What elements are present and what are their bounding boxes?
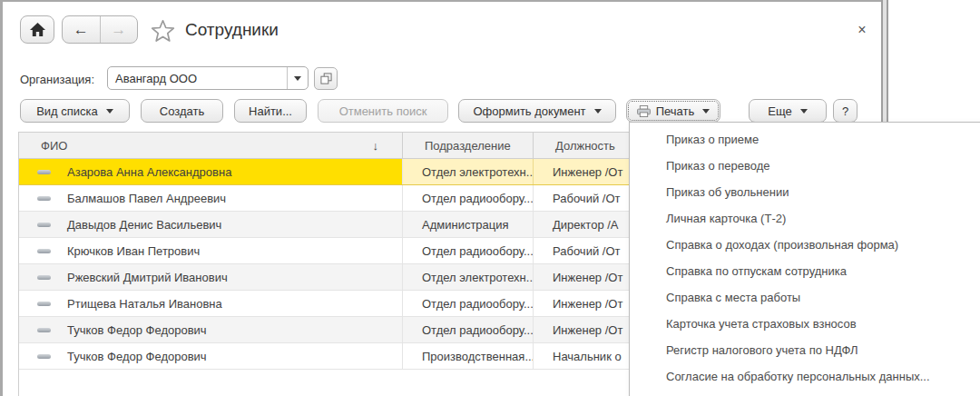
- print-menu-item[interactable]: Справка по отпускам сотрудника: [630, 258, 980, 284]
- fio-text: Тучков Федор Федорович: [67, 323, 207, 337]
- close-button[interactable]: ×: [852, 20, 872, 40]
- combo-dropdown-button[interactable]: [287, 67, 308, 89]
- list-item-marker-icon: [37, 328, 51, 332]
- back-button[interactable]: ←: [63, 16, 101, 43]
- list-item-marker-icon: [37, 196, 51, 201]
- fio-text: Ртищева Наталья Ивановна: [67, 297, 222, 311]
- fio-text: Давыдов Денис Васильевич: [67, 218, 221, 232]
- open-window-icon: [320, 73, 332, 84]
- navigation-group: ← →: [62, 15, 138, 44]
- print-menu-item[interactable]: Личная карточка (Т-2): [630, 205, 980, 232]
- fio-text: Балмашов Павел Андреевич: [67, 192, 226, 205]
- chevron-down-icon: [702, 109, 710, 114]
- fio-cell[interactable]: Тучков Федор Федорович: [19, 317, 403, 342]
- column-header-fio[interactable]: ФИО ↓: [19, 133, 403, 158]
- fio-cell[interactable]: Крючков Иван Петрович: [19, 238, 403, 263]
- print-menu-item[interactable]: Регистр налогового учета по НДФЛ: [630, 337, 980, 363]
- print-menu-item[interactable]: Приказ о приеме: [630, 126, 980, 153]
- help-label: ?: [842, 104, 848, 118]
- create-label: Создать: [160, 104, 204, 118]
- department-cell[interactable]: Отдел радиообору...: [403, 238, 534, 263]
- more-button[interactable]: Еще: [749, 99, 827, 123]
- help-button[interactable]: ?: [833, 99, 858, 123]
- fio-cell[interactable]: Тучков Федор Федорович: [19, 343, 403, 369]
- view-list-label: Вид списка: [36, 104, 98, 118]
- organization-value: Авангард ООО: [108, 72, 287, 85]
- print-label: Печать: [656, 104, 695, 118]
- print-button[interactable]: Печать: [626, 99, 720, 123]
- list-item-marker-icon: [37, 249, 51, 253]
- fio-text: Крючков Иван Петрович: [67, 244, 200, 258]
- cancel-search-label: Отменить поиск: [339, 104, 427, 118]
- home-button[interactable]: [20, 15, 54, 44]
- list-item-marker-icon: [37, 275, 51, 280]
- list-item-marker-icon: [37, 223, 51, 227]
- sort-descending-icon: ↓: [373, 139, 379, 153]
- view-list-button[interactable]: Вид списка: [20, 99, 130, 123]
- fio-text: Тучков Федор Федорович: [67, 350, 207, 363]
- department-cell[interactable]: Отдел радиообору...: [403, 291, 534, 316]
- list-item-marker-icon: [37, 302, 51, 306]
- create-button[interactable]: Создать: [141, 99, 223, 123]
- chevron-down-icon: [594, 109, 602, 114]
- cancel-search-button: Отменить поиск: [318, 99, 448, 123]
- print-menu-item[interactable]: Карточка учета страховых взносов: [630, 311, 980, 337]
- list-item-marker-icon: [37, 170, 51, 174]
- page-title: Сотрудники: [185, 20, 279, 40]
- find-button[interactable]: Найти...: [234, 99, 307, 123]
- fio-cell[interactable]: Ртищева Наталья Ивановна: [19, 291, 403, 316]
- print-dropdown-menu: Приказ о приемеПриказ о переводеПриказ о…: [629, 122, 980, 396]
- create-document-button[interactable]: Оформить документ: [458, 99, 616, 123]
- find-label: Найти...: [249, 104, 292, 118]
- forward-button: →: [101, 16, 138, 43]
- department-cell[interactable]: Производственная...: [403, 343, 534, 369]
- fio-cell[interactable]: Азарова Анна Александровна: [19, 159, 403, 184]
- fio-text: Азарова Анна Александровна: [67, 165, 231, 179]
- list-item-marker-icon: [37, 354, 51, 359]
- department-cell[interactable]: Отдел электротехн...: [403, 264, 534, 290]
- home-icon: [30, 23, 45, 36]
- fio-cell[interactable]: Балмашов Павел Андреевич: [19, 185, 403, 211]
- more-label: Еще: [768, 104, 791, 118]
- department-cell[interactable]: Отдел радиообору...: [403, 185, 534, 211]
- column-header-department[interactable]: Подразделение: [403, 133, 534, 158]
- department-cell[interactable]: Администрация: [403, 212, 534, 237]
- chevron-down-icon: [294, 76, 301, 81]
- department-cell[interactable]: Отдел электротехн...: [403, 159, 534, 184]
- print-menu-item[interactable]: Приказ об увольнении: [630, 179, 980, 205]
- printer-icon: [637, 105, 651, 117]
- print-menu-item[interactable]: Справка с места работы: [630, 284, 980, 311]
- organization-combobox[interactable]: Авангард ООО: [107, 66, 309, 90]
- fio-cell[interactable]: Давыдов Денис Васильевич: [19, 212, 403, 237]
- organization-label: Организация:: [20, 73, 94, 86]
- chevron-down-icon: [106, 109, 113, 114]
- fio-cell[interactable]: Ржевский Дмитрий Иванович: [19, 264, 403, 290]
- favorite-star-icon[interactable]: [151, 19, 175, 46]
- print-menu-item[interactable]: Справка о доходах (произвольная форма): [630, 232, 980, 258]
- open-picker-button[interactable]: [314, 67, 338, 90]
- print-menu-item[interactable]: Согласие на обработку персональных данны…: [630, 363, 980, 390]
- fio-text: Ржевский Дмитрий Иванович: [67, 271, 228, 284]
- create-document-label: Оформить документ: [473, 104, 585, 118]
- department-cell[interactable]: Отдел радиообору...: [403, 317, 534, 342]
- department-header-label: Подразделение: [425, 139, 511, 153]
- print-menu-item[interactable]: Приказ о переводе: [630, 153, 980, 179]
- fio-header-label: ФИО: [41, 139, 67, 153]
- position-header-label: Должность: [555, 139, 615, 153]
- chevron-down-icon: [800, 109, 808, 114]
